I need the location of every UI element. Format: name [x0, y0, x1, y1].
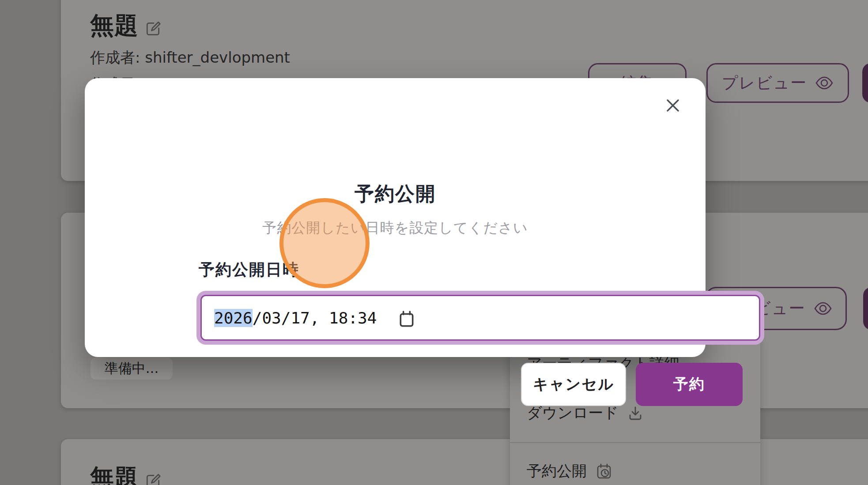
preview-button-label: プレビュー: [722, 72, 807, 94]
card-title: 無題: [90, 462, 139, 485]
creator-line: 作成者: shifter_devlopment: [90, 48, 290, 68]
datetime-rest-segment[interactable]: /03/17, 18:34: [253, 309, 377, 327]
menu-divider: [510, 442, 760, 443]
submit-reserve-button[interactable]: 予約: [636, 363, 743, 406]
edit-pencil-icon[interactable]: [145, 20, 162, 37]
datetime-input[interactable]: 2026/03/17, 18:34: [200, 295, 760, 341]
cutoff-button-top[interactable]: [862, 63, 868, 103]
cutoff-button-middle[interactable]: [863, 287, 868, 330]
eye-icon: [815, 76, 834, 90]
datetime-value: 2026/03/17, 18:34: [214, 309, 377, 327]
eye-icon: [814, 301, 832, 316]
calendar-clock-icon: [596, 463, 612, 480]
status-badge-label: 準備中...: [105, 359, 159, 378]
cancel-button[interactable]: キャンセル: [521, 363, 626, 406]
menu-item-schedule-publish[interactable]: 予約公開: [527, 461, 612, 481]
close-icon: [664, 97, 681, 114]
calendar-picker-icon[interactable]: [399, 310, 415, 328]
datetime-year-segment-selected[interactable]: 2026: [214, 309, 253, 327]
schedule-publish-dialog: 予約公開 予約公開したい日時を設定してください 予約公開日時 2026/03/1…: [85, 78, 706, 357]
dialog-title: 予約公開: [85, 181, 706, 207]
preview-button-top[interactable]: プレビュー: [706, 63, 849, 103]
download-icon: [627, 405, 643, 421]
datetime-field-label: 予約公開日時: [199, 259, 299, 281]
status-badge: 準備中...: [91, 357, 173, 380]
dialog-subtitle: 予約公開したい日時を設定してください: [85, 218, 706, 238]
menu-item-label: 予約公開: [527, 461, 587, 481]
cancel-button-label: キャンセル: [533, 374, 614, 395]
submit-button-label: 予約: [673, 374, 705, 395]
card-title: 無題: [90, 10, 139, 42]
close-button[interactable]: [661, 94, 684, 117]
page: 無題 作成者: shifter_devlopment 作成日: 編集 プレビュー: [0, 0, 868, 485]
edit-pencil-icon[interactable]: [145, 473, 162, 485]
